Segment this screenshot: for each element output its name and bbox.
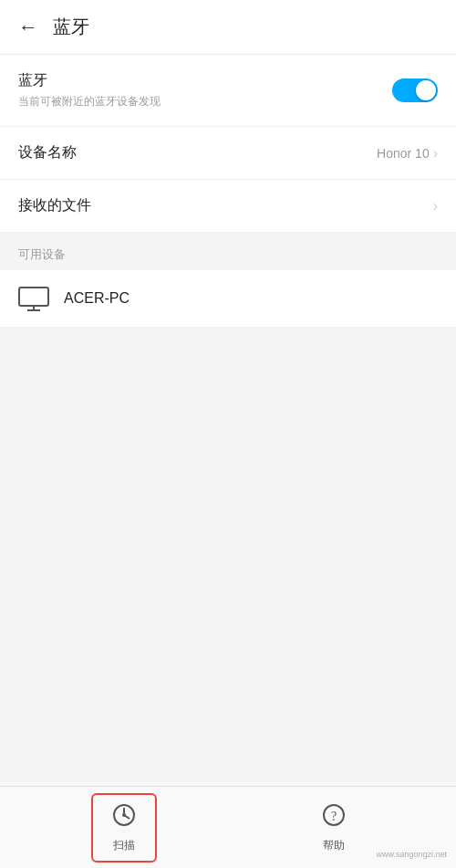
received-files-label: 接收的文件 <box>18 196 91 215</box>
scan-button[interactable]: 扫描 <box>91 793 157 863</box>
bluetooth-toggle-row: 蓝牙 当前可被附近的蓝牙设备发现 <box>0 55 456 127</box>
help-button[interactable]: ? 帮助 <box>303 795 365 861</box>
help-label: 帮助 <box>323 838 345 853</box>
scan-icon <box>111 802 137 834</box>
bluetooth-row-left: 蓝牙 当前可被附近的蓝牙设备发现 <box>18 71 161 110</box>
received-files-row[interactable]: 接收的文件 › <box>0 180 456 233</box>
device-name-value: Honor 10 <box>377 146 430 161</box>
toggle-thumb <box>416 80 436 100</box>
back-button[interactable]: ← <box>18 16 38 39</box>
scan-label: 扫描 <box>113 838 135 853</box>
computer-icon <box>18 287 49 310</box>
device-name-row[interactable]: 设备名称 Honor 10 › <box>0 127 456 180</box>
bluetooth-toggle[interactable] <box>392 78 438 102</box>
available-devices-header: 可用设备 <box>0 233 456 270</box>
device-name-right: Honor 10 › <box>377 145 438 162</box>
help-icon: ? <box>321 802 347 834</box>
header: ← 蓝牙 <box>0 0 456 55</box>
page-title: 蓝牙 <box>53 15 89 39</box>
device-row[interactable]: ACER-PC <box>0 270 456 328</box>
device-name-text: ACER-PC <box>64 290 130 307</box>
available-devices-label: 可用设备 <box>18 247 66 261</box>
chevron-right-icon: › <box>433 145 438 162</box>
bluetooth-title: 蓝牙 <box>18 71 161 90</box>
device-name-label: 设备名称 <box>18 143 77 162</box>
watermark: www.sangongzi.net <box>376 850 447 859</box>
svg-point-6 <box>122 813 126 817</box>
received-files-right: › <box>433 198 438 214</box>
svg-rect-0 <box>19 288 48 306</box>
bluetooth-subtitle: 当前可被附近的蓝牙设备发现 <box>18 94 161 110</box>
svg-text:?: ? <box>331 810 337 823</box>
chevron-right-icon-2: › <box>433 198 438 214</box>
